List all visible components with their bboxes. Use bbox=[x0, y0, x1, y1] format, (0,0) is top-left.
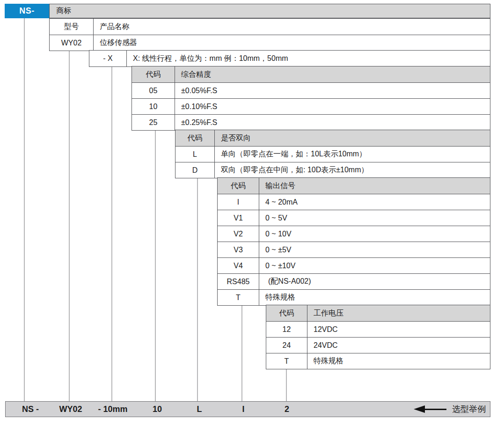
output-value: 特殊规格 bbox=[259, 290, 490, 305]
accuracy-table: 代码 综合精度 05 ±0.05%F.S 10 ±0.10%F.S 25 ±0.… bbox=[131, 66, 490, 131]
example-part-voltage: 2 bbox=[285, 404, 289, 414]
direction-header-row: 代码 是否双向 bbox=[175, 130, 490, 146]
table-row: 25 ±0.25%F.S bbox=[132, 114, 490, 130]
output-value: 0 ~ 10V bbox=[259, 226, 490, 242]
table-row: T 特殊规格 bbox=[266, 353, 490, 369]
output-header-row: 代码 输出信号 bbox=[218, 178, 490, 194]
voltage-code: 24 bbox=[266, 338, 307, 353]
accuracy-code: 10 bbox=[132, 99, 175, 114]
brand-code: NS- bbox=[19, 6, 35, 16]
connector-line-direction bbox=[197, 177, 198, 401]
output-value: (配NS-A002) bbox=[259, 274, 490, 289]
output-code: V1 bbox=[218, 210, 259, 226]
example-part-output: I bbox=[242, 404, 244, 414]
output-value: 0 ~ 5V bbox=[259, 210, 490, 226]
product-col-name-header: 产品名称 bbox=[94, 19, 490, 35]
connector-line-output bbox=[241, 305, 242, 401]
model-selection-diagram: NS- 商标 型号 产品名称 WY02 位移传感器 - X X: 线性行程，单位… bbox=[0, 0, 504, 426]
example-part-model: WY02 bbox=[59, 404, 82, 414]
output-code: V4 bbox=[218, 258, 259, 273]
voltage-header-row: 代码 工作电压 bbox=[266, 305, 490, 321]
direction-code-header: 代码 bbox=[175, 130, 215, 146]
brand-label: 商标 bbox=[56, 6, 71, 16]
voltage-value: 12VDC bbox=[307, 322, 490, 337]
accuracy-value: ±0.25%F.S bbox=[175, 115, 490, 130]
accuracy-value: ±0.05%F.S bbox=[175, 83, 490, 98]
table-row: V2 0 ~ 10V bbox=[218, 226, 490, 242]
voltage-value: 24VDC bbox=[307, 338, 490, 353]
direction-value: 单向（即零点在一端，如：10L表示10mm） bbox=[215, 147, 490, 162]
product-col-model-header: 型号 bbox=[50, 19, 94, 35]
accuracy-code: 25 bbox=[132, 115, 175, 130]
output-value-header: 输出信号 bbox=[259, 178, 490, 194]
output-code: T bbox=[218, 290, 259, 305]
accuracy-header-row: 代码 综合精度 bbox=[132, 66, 490, 82]
connector-line-stroke bbox=[111, 66, 112, 401]
table-row: V3 0 ~ ±5V bbox=[218, 242, 490, 257]
stroke-code: - X bbox=[89, 51, 127, 66]
output-code-header: 代码 bbox=[218, 178, 259, 194]
table-row: 10 ±0.10%F.S bbox=[132, 98, 490, 114]
connector-line-accuracy bbox=[155, 130, 156, 401]
selection-example-bar: NS - WY02 - 10mm 10 L I 2 选型举例 bbox=[5, 401, 490, 417]
example-label: 选型举例 bbox=[452, 404, 486, 415]
output-value: 0 ~ ±5V bbox=[259, 242, 490, 257]
product-value-row: WY02 位移传感器 bbox=[50, 35, 490, 51]
stroke-table: - X X: 线性行程，单位为：mm 例：10mm，50mm bbox=[89, 50, 490, 67]
stroke-desc: X: 线性行程，单位为：mm 例：10mm，50mm bbox=[127, 51, 490, 66]
voltage-value: 特殊规格 bbox=[307, 353, 490, 369]
direction-value-header: 是否双向 bbox=[215, 130, 490, 146]
direction-table: 代码 是否双向 L 单向（即零点在一端，如：10L表示10mm） D 双向（即零… bbox=[175, 130, 490, 178]
product-table: 型号 产品名称 WY02 位移传感器 bbox=[49, 18, 490, 51]
arrow-line bbox=[425, 409, 446, 410]
table-row: V4 0 ~ ±10V bbox=[218, 257, 490, 273]
voltage-code-header: 代码 bbox=[266, 305, 307, 321]
table-row: D 双向（即零点在中间，如: 10D表示±10mm） bbox=[175, 162, 490, 178]
table-row: I 4 ~ 20mA bbox=[218, 194, 490, 210]
brand-label-band: 商标 bbox=[49, 4, 490, 18]
output-value: 0 ~ ±10V bbox=[259, 258, 490, 273]
table-row: T 特殊规格 bbox=[218, 289, 490, 305]
accuracy-value: ±0.10%F.S bbox=[175, 99, 490, 114]
table-row: L 单向（即零点在一端，如：10L表示10mm） bbox=[175, 146, 490, 162]
direction-value: 双向（即零点在中间，如: 10D表示±10mm） bbox=[215, 162, 490, 178]
product-header-row: 型号 产品名称 bbox=[50, 19, 490, 35]
example-part-direction: L bbox=[197, 404, 202, 414]
table-row: 05 ±0.05%F.S bbox=[132, 82, 490, 98]
voltage-code: T bbox=[266, 353, 307, 369]
direction-code: L bbox=[175, 147, 215, 162]
table-row: 12 12VDC bbox=[266, 321, 490, 337]
stroke-row: - X X: 线性行程，单位为：mm 例：10mm，50mm bbox=[89, 51, 490, 66]
table-row: 24 24VDC bbox=[266, 337, 490, 353]
voltage-value-header: 工作电压 bbox=[307, 305, 490, 321]
output-table: 代码 输出信号 I 4 ~ 20mA V1 0 ~ 5V V2 0 ~ 10V … bbox=[217, 177, 490, 306]
example-part-accuracy: 10 bbox=[153, 404, 162, 414]
brand-code-box: NS- bbox=[5, 4, 49, 18]
accuracy-code: 05 bbox=[132, 83, 175, 98]
example-part-stroke: - 10mm bbox=[98, 404, 127, 414]
connector-line-voltage bbox=[286, 368, 287, 401]
example-arrow: 选型举例 bbox=[414, 402, 486, 417]
accuracy-code-header: 代码 bbox=[132, 66, 175, 82]
output-code: RS485 bbox=[218, 274, 259, 289]
table-row: RS485 (配NS-A002) bbox=[218, 273, 490, 289]
output-code: I bbox=[218, 194, 259, 210]
output-code: V3 bbox=[218, 242, 259, 257]
left-arrow-icon bbox=[414, 405, 425, 413]
table-row: V1 0 ~ 5V bbox=[218, 210, 490, 226]
accuracy-value-header: 综合精度 bbox=[175, 66, 490, 82]
connector-line-brand bbox=[24, 18, 25, 401]
direction-code: D bbox=[175, 162, 215, 178]
example-part-brand: NS - bbox=[22, 404, 39, 414]
voltage-table: 代码 工作电压 12 12VDC 24 24VDC T 特殊规格 bbox=[266, 305, 490, 369]
connector-line-model bbox=[69, 50, 70, 401]
product-model-code: WY02 bbox=[50, 35, 94, 51]
output-value: 4 ~ 20mA bbox=[259, 194, 490, 210]
product-name: 位移传感器 bbox=[94, 35, 490, 51]
output-code: V2 bbox=[218, 226, 259, 242]
voltage-code: 12 bbox=[266, 322, 307, 337]
